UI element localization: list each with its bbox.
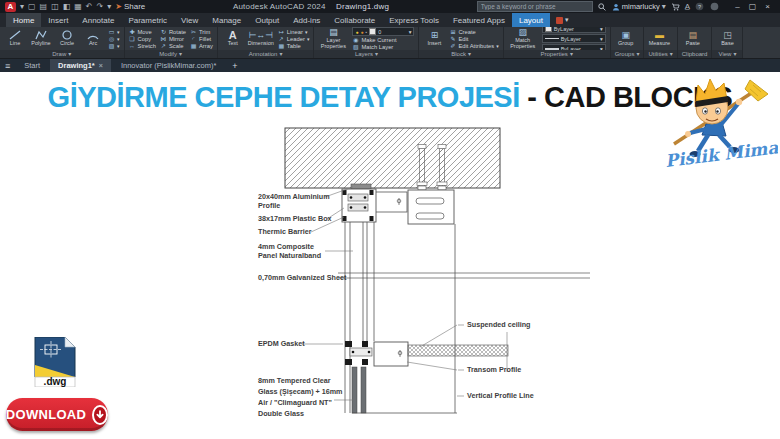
- insert-block-tool[interactable]: ⊞ Insert: [423, 31, 445, 47]
- tab-view[interactable]: View: [174, 13, 205, 27]
- match-properties-icon: ▨: [518, 28, 527, 37]
- panel-label-groups[interactable]: Groups ▾: [611, 50, 644, 58]
- circle-tool[interactable]: Circle: [56, 30, 78, 47]
- layer-properties-tool[interactable]: ▤ Layer Properties: [318, 28, 348, 49]
- edit-attributes-tool[interactable]: ✐Edit Attributes▾: [449, 43, 498, 49]
- panel-label-clipboard[interactable]: Clipboard: [678, 50, 712, 58]
- undo-icon[interactable]: ↶: [86, 2, 93, 12]
- account-button[interactable]: mimarlucky ▾: [612, 2, 666, 12]
- paste-tool[interactable]: ▤ Paste: [682, 31, 704, 47]
- tab-featured-apps[interactable]: Featured Apps: [446, 13, 512, 27]
- label-aluminium-profile-2: Profile: [258, 201, 280, 210]
- layer-properties-icon: ▤: [329, 28, 338, 37]
- tab-home[interactable]: Home: [6, 13, 41, 27]
- autodesk-apps-icon[interactable]: A̲: [685, 2, 690, 12]
- mirror-tool[interactable]: ⋈Mirror: [160, 36, 186, 42]
- redo-icon[interactable]: ↷: [97, 2, 104, 12]
- hamburger-menu-icon[interactable]: ≡: [5, 61, 10, 71]
- make-current-tool[interactable]: ◉Make Current: [352, 37, 414, 43]
- download-button[interactable]: DOWNLOAD: [6, 398, 108, 431]
- panel-label-modify[interactable]: Modify ▾: [125, 50, 217, 58]
- plot-icon[interactable]: ▦: [74, 2, 82, 12]
- table-tool[interactable]: ▦Table: [278, 43, 310, 49]
- saveas-icon[interactable]: ◧: [63, 2, 71, 12]
- tab-start[interactable]: Start: [16, 59, 48, 73]
- save-icon[interactable]: ◫: [51, 2, 59, 12]
- panel-label-draw[interactable]: Draw ▾: [0, 50, 124, 58]
- chevron-down-icon: ▾: [279, 50, 282, 58]
- qat-chevron-icon[interactable]: ▾: [107, 2, 111, 12]
- tab-innovator[interactable]: Innovator (PislikMimar.com)*: [113, 59, 224, 73]
- stretch-tool[interactable]: ↔Stretch: [129, 43, 156, 49]
- hatch-tool[interactable]: ▨▾: [108, 43, 120, 49]
- base-view-tool[interactable]: ◳ Base: [716, 31, 738, 47]
- tab-annotate[interactable]: Annotate: [75, 13, 121, 27]
- open-file-icon[interactable]: ▤: [40, 2, 48, 12]
- close-tab-icon[interactable]: ×: [99, 61, 103, 71]
- array-tool[interactable]: ▦Array: [190, 43, 213, 49]
- scale-tool[interactable]: ↗Scale: [160, 43, 186, 49]
- panel-label-utilities[interactable]: Utilities ▾: [644, 50, 676, 58]
- linear-tool[interactable]: ↦Linear▾: [278, 29, 310, 35]
- copy-tool[interactable]: ❏Copy: [129, 36, 156, 42]
- color-select[interactable]: ByLayer ▾: [542, 27, 606, 33]
- linetype-select[interactable]: ByLayer ▾: [542, 34, 606, 43]
- tab-manage[interactable]: Manage: [205, 13, 248, 27]
- label-suspended-ceiling: Suspended ceiling: [467, 320, 531, 329]
- layer-select[interactable]: ● ● ▪ 0 ▾: [352, 27, 414, 36]
- share-button[interactable]: ➤ Share: [115, 2, 145, 11]
- line-tool[interactable]: Line: [4, 30, 26, 47]
- notification-icon[interactable]: [709, 1, 720, 12]
- chevron-down-icon: ▾: [570, 50, 573, 58]
- app-store-icon[interactable]: [670, 1, 681, 12]
- panel-label-block[interactable]: Block ▾: [419, 50, 502, 58]
- rectangle-tool[interactable]: ▭▾: [108, 29, 120, 35]
- tab-insert[interactable]: Insert: [41, 13, 75, 27]
- search-icon[interactable]: [597, 1, 608, 12]
- arc-tool[interactable]: Arc: [82, 30, 104, 47]
- panel-modify: ✚Move ❏Copy ↔Stretch ↻Rotate ⋈Mirror ↗Sc…: [125, 27, 218, 58]
- trim-tool[interactable]: ✂Trim: [190, 29, 213, 35]
- panel-label-layers[interactable]: Layers ▾: [314, 50, 418, 58]
- text-tool[interactable]: A Text: [222, 31, 244, 47]
- rotate-tool[interactable]: ↻Rotate: [160, 29, 186, 35]
- autocad-logo-icon[interactable]: A: [5, 2, 16, 12]
- ellipse-tool[interactable]: ◎▾: [108, 36, 120, 42]
- minimize-button[interactable]: –: [730, 0, 745, 13]
- dwg-file-icon[interactable]: .dwg: [33, 337, 77, 387]
- tab-express-tools[interactable]: Express Tools: [382, 13, 446, 27]
- leader-tool[interactable]: ↗Leader▾: [278, 36, 310, 42]
- panel-label-annotation[interactable]: Annotation ▾: [218, 50, 314, 58]
- group-tool[interactable]: ▣ Group: [615, 31, 637, 47]
- maximize-button[interactable]: ▢: [745, 0, 760, 13]
- mullion-head: [342, 184, 376, 222]
- ribbon-state-icon: [556, 17, 563, 24]
- ribbon-options-button[interactable]: ▾: [550, 13, 575, 27]
- tab-parametric[interactable]: Parametric: [121, 13, 174, 27]
- close-button[interactable]: ×: [760, 0, 775, 13]
- tab-layout[interactable]: Layout: [512, 13, 550, 27]
- panel-label-view[interactable]: View ▾: [712, 50, 742, 58]
- block-edit-tool[interactable]: ✎Edit: [449, 36, 498, 42]
- polyline-tool[interactable]: Polyline: [30, 30, 52, 47]
- block-create-tool[interactable]: ⊞Create: [449, 29, 498, 35]
- move-tool[interactable]: ✚Move: [129, 29, 156, 35]
- tab-addins[interactable]: Add-ins: [286, 13, 327, 27]
- tab-drawing1[interactable]: Drawing1* ×: [50, 59, 111, 73]
- panel-label-properties[interactable]: Properties ▾: [504, 50, 610, 58]
- label-double-glass-2: Glass (Şişecam) + 16mm: [258, 387, 343, 396]
- fillet-tool[interactable]: ◜Fillet: [190, 36, 213, 42]
- tab-output[interactable]: Output: [248, 13, 286, 27]
- help-icon[interactable]: ?: [694, 1, 705, 12]
- measure-tool[interactable]: ▬ Measure: [648, 31, 670, 47]
- dwg-badge-label: .dwg: [44, 376, 67, 387]
- panel-block: ⊞ Insert ⊞Create ✎Edit ✐Edit Attributes▾…: [419, 27, 503, 58]
- new-file-icon[interactable]: ▢: [28, 2, 36, 12]
- tab-collaborate[interactable]: Collaborate: [327, 13, 382, 27]
- dimension-tool[interactable]: ⊢↔⊣ Dimension: [248, 31, 274, 47]
- match-properties-tool[interactable]: ▨ Match Properties: [508, 28, 538, 49]
- suspended-ceiling-strip: [408, 345, 508, 356]
- new-tab-button[interactable]: +: [226, 61, 243, 71]
- search-input[interactable]: [477, 1, 593, 12]
- app-menu-chevron-icon[interactable]: ▾: [20, 2, 24, 12]
